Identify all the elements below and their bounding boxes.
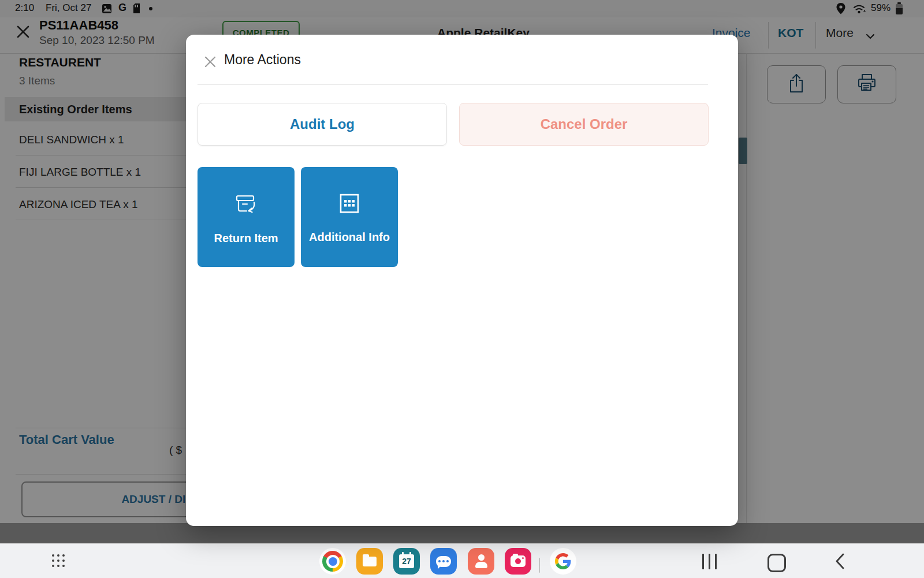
my-files-icon[interactable] [356,548,383,575]
system-taskbar: 27 [0,543,924,578]
camera-icon[interactable] [505,548,531,575]
cancel-order-label: Cancel Order [541,116,628,132]
home-button[interactable] [767,554,786,572]
audit-log-label: Audit Log [290,116,355,132]
tile-label: Additional Info [309,231,390,244]
cancel-order-button[interactable]: Cancel Order [459,103,709,146]
return-item-tile[interactable]: Return Item [198,167,295,267]
modal-divider [198,84,708,85]
screen: 2:10 Fri, Oct 27 G 59% PS11AAB458 [0,0,924,578]
return-box-icon [232,189,260,220]
chrome-icon[interactable] [319,548,346,575]
calendar-day: 27 [402,557,411,566]
messages-icon[interactable] [430,548,457,575]
grid-info-icon [336,190,363,219]
google-icon[interactable] [550,548,576,575]
calendar-icon[interactable]: 27 [393,548,420,575]
contacts-icon[interactable] [468,548,494,575]
dock-divider [539,558,540,573]
more-actions-modal: More Actions Audit Log Cancel Order Retu… [186,35,738,526]
audit-log-button[interactable]: Audit Log [198,103,447,146]
modal-title: More Actions [224,52,301,68]
recents-button[interactable] [702,554,718,569]
apps-grid-icon[interactable] [52,554,65,567]
close-icon[interactable] [203,55,217,69]
tile-label: Return Item [214,232,278,245]
additional-info-tile[interactable]: Additional Info [301,167,398,267]
back-button[interactable] [835,553,845,572]
